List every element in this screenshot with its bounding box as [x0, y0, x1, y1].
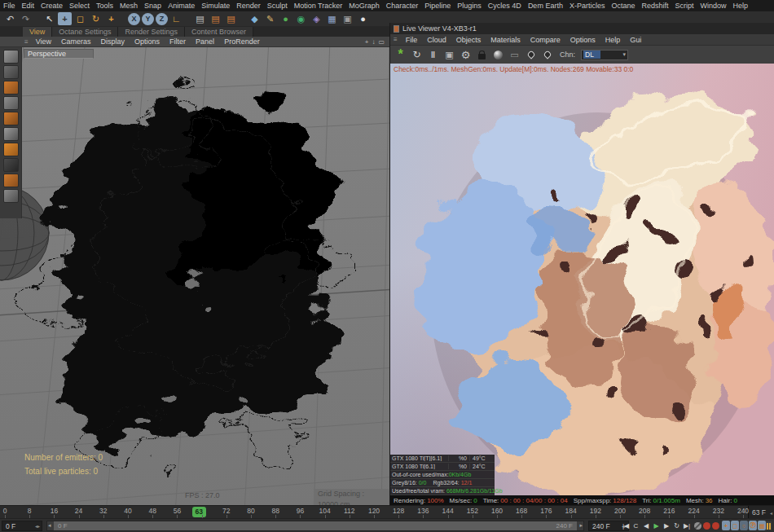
slider-left-arrow-icon[interactable]: ◂ [48, 522, 51, 529]
lv-menu-materials[interactable]: Materials [486, 36, 526, 44]
y-axis-lock-icon[interactable]: Y [142, 13, 154, 25]
menu-octane[interactable]: Octane [608, 2, 638, 10]
viewport-menu-filter[interactable]: Filter [165, 37, 191, 46]
tab-octane-settings[interactable]: Octane Settings [52, 27, 118, 37]
viewport-menu-options[interactable]: Options [130, 37, 165, 46]
menu-x-particles[interactable]: X-Particles [566, 2, 609, 10]
mode-locked-workplane-icon[interactable] [3, 189, 19, 203]
viewport-menu-view[interactable]: View [31, 37, 56, 46]
menu-tools[interactable]: Tools [93, 2, 117, 10]
slider-right-arrow-icon[interactable]: ▸ [579, 522, 583, 529]
lv-menu-compare[interactable]: Compare [526, 36, 565, 44]
add-spline-icon[interactable]: ✎ [263, 12, 277, 25]
stop-render-icon[interactable]: ▣ [444, 49, 455, 61]
menu-script[interactable]: Script [671, 2, 697, 10]
record-keyframe-button[interactable] [694, 522, 701, 530]
play-button[interactable]: ▶ [652, 521, 662, 531]
live-viewer-titlebar[interactable]: Live Viewer V4-XB3-r1 [390, 23, 774, 34]
mode-enable-axis-icon[interactable] [3, 143, 19, 156]
preview-range-slider[interactable]: ◂ 0 F 240 F ▸ [46, 521, 584, 531]
menu-create[interactable]: Create [37, 2, 66, 10]
viewport-grip-icon[interactable]: ≡ [22, 38, 31, 46]
loop-button[interactable]: ↻ [672, 521, 682, 531]
lv-menu-gui[interactable]: Gui [625, 36, 646, 44]
menu-window[interactable]: Window [697, 2, 729, 10]
move-tool-icon[interactable]: + [58, 12, 72, 25]
mode-workplane-icon[interactable] [3, 81, 19, 95]
viewport-menu-cameras[interactable]: Cameras [56, 37, 96, 46]
next-frame-button[interactable]: ▶ [662, 521, 671, 531]
scale-tool-icon[interactable]: ◻ [73, 12, 87, 25]
camera-view-label[interactable]: Perspective [24, 49, 94, 59]
menu-simulate[interactable]: Simulate [198, 2, 233, 10]
panel-maximize-icon[interactable]: ▭ [378, 38, 385, 46]
add-camera-icon[interactable]: ▣ [341, 12, 354, 25]
render-view-icon[interactable]: ▤ [193, 12, 207, 25]
add-cube-icon[interactable]: ◆ [248, 12, 262, 25]
lock-resolution-icon[interactable] [477, 49, 487, 61]
lv-settings-gear-icon[interactable]: ⚙ [460, 49, 471, 61]
add-mograph-icon[interactable]: ◉ [294, 12, 308, 25]
live-selection-icon[interactable]: ↖ [42, 12, 56, 25]
menu-animate[interactable]: Animate [165, 2, 198, 10]
undo-icon[interactable]: ↶ [3, 12, 17, 25]
viewport-menu-display[interactable]: Display [96, 37, 130, 46]
menu-mesh[interactable]: Mesh [117, 2, 141, 10]
menu-mograph[interactable]: MoGraph [345, 2, 383, 10]
menu-file[interactable]: File [0, 2, 19, 10]
live-viewer-grip-icon[interactable]: ≡ [390, 36, 401, 43]
key-pla-toggle[interactable]: ▦ [758, 521, 766, 530]
render-region-icon[interactable]: ▭ [509, 49, 520, 61]
frame-spinner-icon[interactable]: ◂ [770, 510, 772, 516]
viewport-menu-prorender[interactable]: ProRender [219, 37, 265, 46]
menu-edit[interactable]: Edit [19, 2, 38, 10]
pause-render-icon[interactable]: ‖ [428, 49, 438, 61]
panel-add-icon[interactable]: + [365, 38, 369, 46]
add-generator-icon[interactable]: ● [279, 12, 292, 25]
pick-focus-pin-icon[interactable] [542, 49, 552, 61]
rotate-tool-icon[interactable]: ↻ [89, 12, 103, 25]
key-scale-toggle[interactable]: ◻ [731, 521, 739, 530]
render-settings-icon[interactable]: ▤ [224, 12, 238, 25]
range-start-field[interactable]: 0 F◂▸ [2, 521, 42, 531]
add-array-icon[interactable]: ▦ [325, 12, 339, 25]
current-frame-field[interactable]: 63 F ◂ [748, 506, 774, 519]
autokey-button[interactable] [703, 522, 710, 530]
pick-material-pin-icon[interactable] [526, 49, 536, 61]
menu-redshift[interactable]: Redshift [638, 2, 671, 10]
mode-edges-icon[interactable] [3, 112, 19, 125]
render-output[interactable]: Check:0ms../1ms. MeshGen:0ms. Update[M]:… [390, 64, 774, 505]
lv-menu-objects[interactable]: Objects [451, 36, 486, 44]
z-axis-lock-icon[interactable]: Z [156, 13, 168, 25]
field-spinner-icon[interactable]: ◂▸ [35, 523, 40, 529]
mode-snap-icon[interactable] [3, 174, 19, 187]
menu-pipeline[interactable]: Pipeline [421, 2, 454, 10]
mode-viewport-solo-icon[interactable] [3, 158, 19, 172]
lv-menu-help[interactable]: Help [600, 36, 626, 44]
add-light-icon[interactable]: ● [356, 12, 370, 25]
timeline-mode-icon[interactable] [766, 521, 772, 530]
goto-end-button[interactable]: ▶| [682, 521, 692, 531]
lv-menu-file[interactable]: File [401, 36, 423, 44]
preview-range-thumb[interactable]: 0 F 240 F [54, 521, 577, 530]
lv-menu-cloud[interactable]: Cloud [422, 36, 451, 44]
menu-select[interactable]: Select [66, 2, 93, 10]
menu-snap[interactable]: Snap [141, 2, 165, 10]
material-ball-icon[interactable] [493, 49, 504, 61]
menu-render[interactable]: Render [233, 2, 264, 10]
play-mode-button[interactable]: C [631, 521, 641, 531]
tab-content-browser[interactable]: Content Browser [185, 27, 253, 37]
mode-polygons-icon[interactable] [3, 127, 19, 141]
menu-character[interactable]: Character [383, 2, 422, 10]
key-parameter-toggle[interactable]: Ⓟ [749, 521, 757, 530]
channel-dropdown[interactable]: DL ▾ [581, 50, 628, 60]
menu-dem-earth[interactable]: Dem Earth [525, 2, 566, 10]
menu-sculpt[interactable]: Sculpt [264, 2, 291, 10]
mode-points-icon[interactable] [3, 96, 19, 110]
perspective-viewport[interactable]: Perspective Number of emitters: 0 Total … [0, 47, 389, 505]
x-axis-lock-icon[interactable]: X [128, 13, 140, 25]
previous-frame-button[interactable]: ◀ [641, 521, 651, 531]
current-frame-marker[interactable]: 63 [192, 507, 206, 517]
goto-start-button[interactable]: |◀ [621, 521, 631, 531]
menu-motion-tracker[interactable]: Motion Tracker [291, 2, 346, 10]
